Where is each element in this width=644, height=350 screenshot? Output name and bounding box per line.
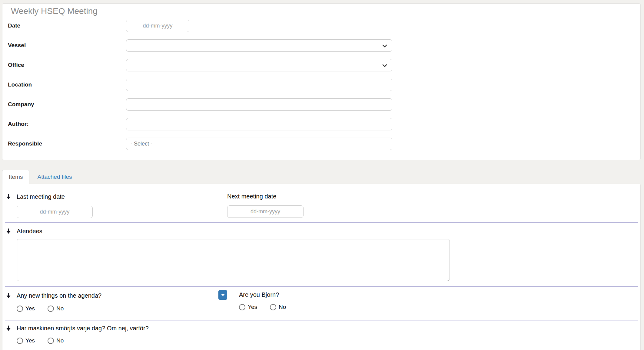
date-row: Date (7, 20, 634, 32)
date-input[interactable] (126, 20, 189, 32)
responsible-select[interactable]: - Select - (126, 138, 392, 150)
chevron-down-icon (381, 62, 388, 69)
meeting-dates-row: Last meeting date Next meeting date (5, 184, 638, 218)
agenda-yes-radio[interactable] (17, 306, 23, 312)
machine-yes-radio[interactable] (17, 338, 23, 344)
responsible-row: Responsible - Select - (7, 138, 634, 150)
attendees-row: Atendees (5, 223, 638, 281)
agenda-bjorn-row: Any new things on the agenda? Yes No Are… (5, 287, 638, 312)
company-label: Company (7, 98, 126, 108)
machine-no-radio[interactable] (48, 338, 54, 344)
location-input[interactable] (126, 79, 392, 91)
attendees-label: Atendees (17, 228, 42, 235)
bjorn-yes-option: Yes (239, 304, 257, 310)
arrow-down-icon (5, 227, 12, 235)
company-row: Company (7, 98, 634, 111)
machine-question-label: Har maskinen smörjts varje dag? Om nej, … (17, 325, 149, 332)
author-row: Author: (7, 118, 634, 130)
arrow-down-icon (5, 193, 12, 200)
caret-down-icon (221, 294, 225, 296)
machine-yes-label: Yes (25, 337, 35, 344)
agenda-question-label: Any new things on the agenda? (17, 292, 101, 299)
meeting-header-panel: Weekly HSEQ Meeting Date Vessel Office L… (2, 3, 641, 160)
tab-attached-files[interactable]: Attached files (34, 170, 75, 184)
author-input[interactable] (126, 118, 392, 130)
date-label: Date (7, 20, 126, 29)
bjorn-question-label: Are you Bjorn? (239, 291, 279, 298)
machine-question-row: Har maskinen smörjts varje dag? Om nej, … (5, 320, 638, 344)
responsible-select-value: - Select - (131, 141, 152, 147)
author-label: Author: (7, 118, 126, 127)
machine-no-label: No (56, 337, 64, 344)
office-label: Office (7, 59, 126, 68)
company-input[interactable] (126, 98, 392, 111)
vessel-select[interactable] (126, 39, 392, 52)
next-meeting-date-input[interactable] (227, 205, 304, 218)
machine-yes-option: Yes (17, 337, 35, 344)
bjorn-no-radio[interactable] (270, 304, 276, 310)
agenda-dropdown-button[interactable] (218, 290, 227, 300)
page-title: Weekly HSEQ Meeting (11, 6, 634, 16)
agenda-yes-option: Yes (17, 305, 35, 312)
agenda-yes-label: Yes (25, 305, 35, 312)
responsible-label: Responsible (7, 138, 126, 147)
bjorn-yes-label: Yes (248, 304, 257, 310)
machine-no-option: No (48, 337, 64, 344)
arrow-down-icon (5, 292, 12, 299)
attendees-textarea[interactable] (17, 239, 450, 281)
vessel-row: Vessel (7, 39, 634, 52)
bjorn-no-label: No (279, 304, 286, 310)
office-row: Office (7, 59, 634, 71)
agenda-no-label: No (56, 305, 64, 312)
tab-bar: Items Attached files (2, 170, 76, 184)
next-meeting-date-label: Next meeting date (227, 193, 276, 200)
office-select[interactable] (126, 59, 392, 71)
agenda-no-option: No (48, 305, 64, 312)
last-meeting-date-label: Last meeting date (17, 193, 65, 200)
location-row: Location (7, 79, 634, 91)
arrow-down-icon (5, 325, 12, 332)
bjorn-no-option: No (270, 304, 286, 310)
agenda-no-radio[interactable] (48, 306, 54, 312)
location-label: Location (7, 79, 126, 88)
items-panel: Last meeting date Next meeting date Aten… (2, 184, 641, 350)
vessel-label: Vessel (7, 39, 126, 49)
chevron-down-icon (381, 43, 388, 49)
last-meeting-date-input[interactable] (17, 206, 93, 218)
tab-items[interactable]: Items (2, 170, 29, 184)
bjorn-yes-radio[interactable] (239, 304, 245, 310)
